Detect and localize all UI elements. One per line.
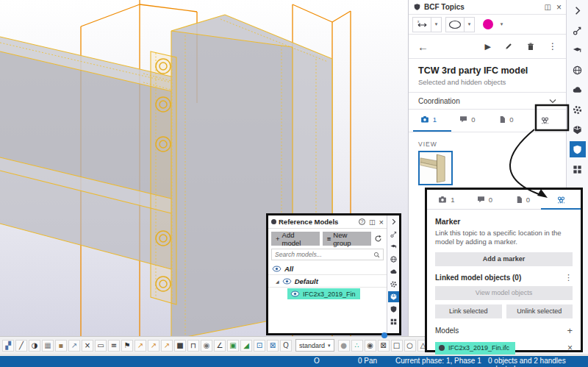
toolbar-icon[interactable]: ▞ bbox=[2, 340, 14, 352]
coordination-section-header[interactable]: Coordination bbox=[409, 93, 566, 110]
color-picker-tool[interactable]: ▾ bbox=[478, 17, 506, 32]
visibility-eye-icon[interactable] bbox=[272, 266, 282, 272]
tab-documents[interactable]: 0 bbox=[503, 195, 542, 204]
play-icon[interactable]: ▶ bbox=[485, 42, 491, 51]
cap-icon[interactable] bbox=[570, 42, 586, 58]
toolbar-icon[interactable]: ▭ bbox=[95, 340, 107, 352]
toolbar-icon[interactable]: Q bbox=[280, 340, 292, 352]
connect-icon[interactable] bbox=[570, 22, 586, 38]
ifc-model-icon bbox=[439, 345, 445, 351]
chevron-down-icon[interactable]: ▾ bbox=[465, 18, 474, 32]
cloud-markup-tool[interactable]: ▾ bbox=[445, 17, 475, 32]
model-name: IFC2x3_2019_Fin bbox=[303, 291, 356, 298]
arrow-markup-tool[interactable]: x ▾ bbox=[412, 17, 442, 32]
cube-icon[interactable] bbox=[388, 291, 399, 302]
toolbar-icon[interactable]: ◢ bbox=[240, 340, 252, 352]
toolbar-icon[interactable]: ↗ bbox=[135, 340, 146, 352]
cube-icon[interactable] bbox=[570, 121, 586, 138]
toolbar-icon[interactable]: ◉ bbox=[201, 340, 212, 352]
toolbar-icon[interactable]: ∴ bbox=[351, 340, 363, 352]
add-model-button[interactable]: + Add model bbox=[271, 232, 320, 246]
model-file-highlight[interactable]: IFC2x3_2019_Fin.ifc bbox=[435, 342, 515, 354]
toolbar-icon[interactable]: ↗ bbox=[148, 340, 159, 352]
chevron-right-icon[interactable] bbox=[570, 2, 586, 18]
more-options-icon[interactable]: ⋮ bbox=[564, 273, 573, 282]
tab-documents[interactable]: 0 bbox=[487, 115, 526, 124]
toolbar-icon[interactable]: □ bbox=[391, 340, 403, 352]
toolbar-icon[interactable]: ○ bbox=[404, 340, 416, 352]
toolbar-icon[interactable]: ⊠ bbox=[378, 340, 390, 352]
visibility-eye-icon[interactable] bbox=[282, 278, 292, 285]
toolbar-icon[interactable]: ▣ bbox=[227, 340, 239, 352]
connect-icon[interactable] bbox=[388, 229, 399, 240]
tree-row-model[interactable]: IFC2x3_2019_Fin bbox=[268, 288, 387, 300]
tab-snapshots[interactable]: 1 bbox=[427, 195, 465, 204]
tab-comments[interactable]: 0 bbox=[465, 195, 503, 204]
help-icon[interactable]: ? bbox=[359, 218, 365, 225]
toolbar-icon[interactable]: ▦ bbox=[42, 340, 54, 352]
refresh-icon[interactable] bbox=[374, 235, 382, 243]
link-selected-button[interactable]: Link selected bbox=[435, 304, 502, 318]
toolbar-icon[interactable]: ↗ bbox=[68, 340, 80, 352]
tab-linked-models[interactable] bbox=[542, 194, 580, 204]
cap-icon[interactable] bbox=[388, 241, 399, 252]
tab-comments[interactable]: 0 bbox=[448, 115, 487, 124]
back-arrow-icon[interactable]: ← bbox=[417, 40, 429, 53]
gear-icon[interactable] bbox=[388, 279, 399, 290]
tab-snapshots[interactable]: 1 bbox=[409, 115, 448, 124]
search-models-box[interactable] bbox=[271, 249, 384, 260]
panel-dock-icon[interactable]: ◫ bbox=[369, 218, 376, 226]
view-model-objects-button[interactable]: View model objects bbox=[435, 286, 573, 300]
add-marker-button[interactable]: Add a marker bbox=[435, 252, 573, 266]
tree-row-default-group[interactable]: ◢ Default bbox=[268, 275, 387, 288]
toolbar-icon[interactable]: ⊠ bbox=[267, 340, 279, 352]
gear-icon[interactable] bbox=[570, 101, 586, 118]
panel-dock-icon[interactable]: ◫ bbox=[545, 3, 551, 11]
cloud-icon[interactable] bbox=[570, 82, 586, 98]
toolbar-icon[interactable]: ⊓ bbox=[187, 340, 199, 352]
close-icon[interactable]: × bbox=[379, 218, 384, 227]
unlink-selected-button[interactable]: Unlink selected bbox=[506, 304, 573, 318]
grid-icon[interactable] bbox=[570, 161, 586, 177]
tab-linked-models[interactable] bbox=[526, 115, 564, 125]
snapshot-thumbnail[interactable] bbox=[418, 151, 453, 185]
add-model-plus-icon[interactable]: + bbox=[567, 325, 573, 336]
new-group-button[interactable]: ≡ New group bbox=[323, 232, 371, 246]
toolbar-icon[interactable]: ■ bbox=[174, 340, 186, 352]
edit-pencil-icon[interactable] bbox=[504, 42, 513, 51]
toolbar-icon[interactable]: ↗ bbox=[161, 340, 173, 352]
visibility-eye-icon[interactable] bbox=[290, 291, 300, 297]
chevron-down-icon[interactable]: ▾ bbox=[431, 18, 441, 32]
close-icon[interactable]: × bbox=[556, 2, 562, 13]
toolbar-icon[interactable]: ● bbox=[338, 340, 350, 352]
expander-icon[interactable]: ◢ bbox=[276, 279, 279, 284]
toolbar-icon[interactable]: ∠ bbox=[214, 340, 226, 352]
shield-icon[interactable] bbox=[388, 304, 399, 315]
toolbar-icon[interactable]: ╱ bbox=[15, 340, 27, 352]
grid-icon[interactable] bbox=[388, 316, 399, 327]
chevron-right-icon[interactable] bbox=[388, 216, 399, 227]
toolbar-icon[interactable]: ▪ bbox=[55, 340, 67, 352]
toolbar-icon[interactable]: ⚑ bbox=[121, 340, 133, 352]
toolbar-icon[interactable]: ⊡ bbox=[254, 340, 265, 352]
more-options-icon[interactable]: ⋮ bbox=[548, 41, 557, 51]
arrow-markup-icon[interactable]: x bbox=[413, 18, 431, 32]
toolbar-icon[interactable]: ≡ bbox=[108, 340, 120, 352]
chevron-down-icon[interactable]: ▾ bbox=[497, 17, 506, 32]
shield-icon[interactable] bbox=[570, 141, 586, 157]
toolbar-icon[interactable]: ◉ bbox=[365, 340, 376, 352]
selection-filter-dropdown[interactable]: standard ▾ bbox=[295, 339, 334, 352]
cloud-markup-icon[interactable] bbox=[446, 18, 465, 32]
cloud-icon[interactable] bbox=[388, 266, 399, 277]
delete-trash-icon[interactable] bbox=[526, 42, 535, 51]
magenta-color-icon[interactable] bbox=[478, 17, 497, 32]
toolbar-icon[interactable]: × bbox=[82, 340, 93, 352]
selected-model-highlight[interactable]: IFC2x3_2019_Fin bbox=[287, 288, 360, 299]
remove-model-icon[interactable]: × bbox=[567, 343, 573, 353]
globe-icon[interactable] bbox=[388, 254, 399, 265]
coordination-tabs: 1 0 0 bbox=[409, 110, 566, 132]
tree-row-all[interactable]: All bbox=[268, 263, 387, 275]
toolbar-icon[interactable]: ◑ bbox=[29, 340, 40, 352]
globe-icon[interactable] bbox=[570, 62, 586, 78]
search-models-input[interactable] bbox=[275, 251, 373, 258]
